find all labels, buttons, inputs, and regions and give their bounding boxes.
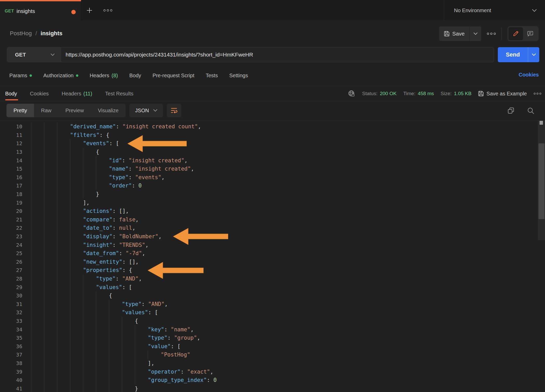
view-mode-visualize[interactable]: Visualize <box>91 104 125 117</box>
indent-guide <box>31 351 44 359</box>
indent-guide <box>31 384 44 392</box>
active-dot-icon <box>76 74 78 77</box>
response-tab-test-results[interactable]: Test Results <box>105 86 134 101</box>
breadcrumb-workspace[interactable]: PostHog <box>10 30 32 37</box>
indent-guide <box>44 190 57 199</box>
tab-strip: GET insights No Environment <box>0 0 545 21</box>
indent-guide <box>31 376 44 384</box>
code-token-p: : <box>167 335 174 341</box>
code-line: 23"display": "BoldNumber", <box>0 232 545 241</box>
search-icon[interactable] <box>527 107 535 115</box>
code-token-k: "type" <box>148 335 167 341</box>
response-tab-body[interactable]: Body <box>5 86 17 101</box>
format-selector[interactable]: JSON <box>129 104 163 117</box>
indent-guide <box>83 291 96 300</box>
view-mode-pretty[interactable]: Pretty <box>6 104 34 117</box>
indent-guide <box>44 139 57 148</box>
save-button-group: Save <box>439 26 481 41</box>
response-tab-cookies[interactable]: Cookies <box>30 86 49 101</box>
indent-guide <box>83 325 96 334</box>
size-badge[interactable]: Size: 1.05 KB <box>441 91 472 96</box>
request-tab-params[interactable]: Params <box>9 73 32 79</box>
environment-selector[interactable]: No Environment <box>444 0 545 21</box>
save-button-label: Save <box>452 31 465 37</box>
indent-guide <box>135 334 148 342</box>
cookies-link[interactable]: Cookies <box>519 72 539 78</box>
indent-guide <box>70 351 83 359</box>
line-number: 13 <box>0 149 22 155</box>
view-mode-raw[interactable]: Raw <box>34 104 58 117</box>
line-number: 26 <box>0 259 22 265</box>
line-number: 31 <box>0 301 22 307</box>
request-tab-tests[interactable]: Tests <box>206 73 218 79</box>
save-as-example-button[interactable]: Save as Example <box>478 91 527 97</box>
request-tab-settings[interactable]: Settings <box>229 73 248 79</box>
indent-guide <box>122 342 135 351</box>
indent-guide <box>83 275 96 283</box>
indent-guide <box>96 300 109 308</box>
request-tab-body[interactable]: Body <box>129 73 141 79</box>
edit-mode-button[interactable] <box>508 27 523 40</box>
copy-icon[interactable] <box>507 107 515 115</box>
url-input[interactable]: https://app.posthog.com/api/projects/243… <box>61 47 494 62</box>
method-selector[interactable]: GET <box>7 47 61 62</box>
code-line: 30{ <box>0 291 545 300</box>
status-badge[interactable]: Status: 200 OK <box>362 91 397 96</box>
code-token-p: , <box>198 123 201 130</box>
code-token-p: : <box>129 166 135 172</box>
request-tab-pre-request-script[interactable]: Pre-request Script <box>152 73 194 79</box>
code-token-s: "insight created count" <box>122 123 198 130</box>
request-tab-authorization[interactable]: Authorization <box>43 73 78 79</box>
indent-guide <box>135 367 148 376</box>
scrollbar-thumb[interactable] <box>539 143 544 219</box>
request-more-actions-icon[interactable] <box>487 32 496 35</box>
wrap-lines-button[interactable] <box>167 104 181 117</box>
save-options-button[interactable] <box>469 26 481 41</box>
code-token-p: , <box>191 166 194 172</box>
indent-guide <box>83 367 96 376</box>
indent-guide <box>31 317 44 325</box>
breadcrumb-request-name[interactable]: insights <box>41 30 62 37</box>
new-tab-button[interactable] <box>86 7 93 14</box>
time-badge[interactable]: Time: 458 ms <box>403 91 434 96</box>
scrollbar-track[interactable] <box>538 121 545 240</box>
view-mode-preview[interactable]: Preview <box>58 104 91 117</box>
indent-guide <box>31 325 44 334</box>
code-line: 39"operator": "exact", <box>0 367 545 376</box>
scrollbar-mini-thumb[interactable] <box>540 121 543 125</box>
response-more-actions-icon[interactable] <box>534 92 541 95</box>
indent-guide <box>83 317 96 325</box>
code-token-s: "group" <box>174 335 197 341</box>
code-line: 29"values": [ <box>0 283 545 291</box>
indent-guide <box>57 148 70 156</box>
code-line: 18} <box>0 190 545 199</box>
indent-guide <box>31 249 44 258</box>
indent-guide <box>57 122 70 131</box>
code-line: 36"value": [ <box>0 342 545 351</box>
code-token-p: , <box>210 369 213 375</box>
code-token-k: "values" <box>122 309 148 316</box>
indent-guide <box>57 224 70 232</box>
line-number: 10 <box>0 123 22 130</box>
save-button[interactable]: Save <box>439 26 469 41</box>
code-token-p: : <box>142 301 148 307</box>
indent-guide <box>70 384 83 392</box>
tab-method-label: GET <box>5 9 14 14</box>
response-body-json[interactable]: 10"derived_name": "insight created count… <box>0 121 545 392</box>
indent-guide <box>31 334 44 342</box>
response-tab-headers[interactable]: Headers(11) <box>62 86 92 101</box>
indent-guide <box>31 215 44 224</box>
indent-guide <box>31 291 44 300</box>
comments-button[interactable] <box>523 27 537 40</box>
send-options-button[interactable] <box>528 47 539 62</box>
request-tab[interactable]: GET insights <box>0 0 81 21</box>
tab-options-icon[interactable] <box>103 9 113 12</box>
active-dot-icon <box>30 74 32 77</box>
indent-guide <box>44 131 57 139</box>
request-tab-headers[interactable]: Headers(8) <box>90 73 118 79</box>
environment-label: No Environment <box>454 8 532 13</box>
network-info-icon[interactable] <box>348 90 355 97</box>
send-button[interactable]: Send <box>498 47 539 62</box>
indent-guide <box>70 224 83 232</box>
indent-guide <box>70 173 83 182</box>
